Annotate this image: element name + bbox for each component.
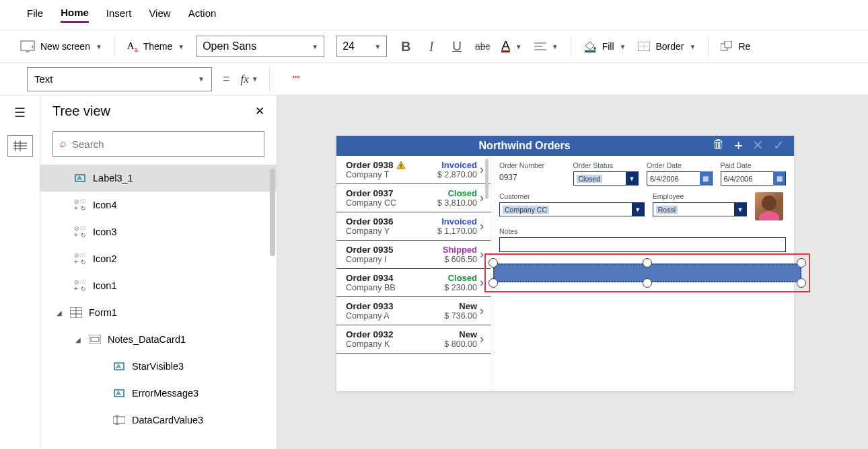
tree-node[interactable]: ◢Form1 [40, 299, 277, 326]
resize-handle[interactable] [797, 278, 806, 288]
hamburger-icon[interactable]: ☰ [14, 105, 26, 120]
reorder-icon [721, 41, 733, 52]
expand-icon[interactable]: ◢ [75, 336, 82, 343]
tree-node[interactable]: StarVisible3 [40, 353, 277, 380]
chevron-down-icon: ▼ [515, 43, 522, 50]
order-row[interactable]: Order 0932Company KNew$ 800.00› [336, 325, 491, 354]
tree-node[interactable]: ◢Notes_DataCard1 [40, 326, 277, 353]
node-label: Icon1 [93, 280, 116, 291]
chevron-down-icon: ▼ [252, 75, 258, 83]
align-button[interactable]: ▼ [534, 42, 558, 51]
border-button[interactable]: Border ▼ [638, 41, 696, 52]
order-date-input[interactable]: 6/4/2006▦ [647, 171, 713, 186]
bold-button[interactable]: B [399, 40, 412, 53]
chevron-down-icon: ▼ [734, 202, 746, 216]
tree-node[interactable]: ⊘♡+↻Icon2 [40, 245, 277, 272]
tree-node[interactable]: Label3_1 [40, 165, 277, 192]
svg-rect-22 [113, 417, 125, 423]
tree-node[interactable]: ⊘♡+↻Icon4 [40, 192, 277, 218]
font-size-select[interactable]: 24 ▼ [336, 36, 387, 57]
tree-list[interactable]: Label3_1⊘♡+↻Icon4⊘♡+↻Icon3⊘♡+↻Icon2⊘♡+↻I… [40, 165, 277, 449]
font-family-select[interactable]: Open Sans ▼ [196, 36, 324, 57]
card-icon [89, 333, 101, 345]
ribbon: + New screen ▼ Aa Theme ▼ Open Sans ▼ 24… [0, 30, 868, 63]
order-row[interactable]: Order 0936Company YInvoiced$ 1,170.00› [336, 212, 491, 241]
order-row[interactable]: Order 0934Company BBClosed$ 230.00› [336, 269, 491, 297]
svg-rect-12 [725, 41, 731, 48]
formula-value[interactable]: "" [293, 73, 300, 85]
label-icon [113, 360, 125, 372]
chevron-down-icon: ▼ [626, 171, 638, 186]
resize-handle[interactable] [489, 258, 498, 268]
node-label: StarVisible3 [132, 361, 184, 372]
fill-button[interactable]: Fill ▼ [583, 40, 626, 52]
tree-title: Tree view [52, 104, 110, 119]
order-status-select[interactable]: Closed▼ [573, 171, 639, 186]
chevron-right-icon: › [480, 332, 484, 346]
left-rail: ☰ [0, 95, 40, 449]
trash-icon[interactable]: 🗑 [713, 137, 725, 155]
search-input[interactable]: ⌕ [52, 131, 264, 157]
menu-insert[interactable]: Insert [106, 7, 132, 22]
node-label: Icon3 [93, 227, 116, 237]
order-row[interactable]: Order 0935Company IShipped$ 606.50› [336, 241, 491, 269]
svg-rect-19 [91, 337, 99, 341]
chevron-down-icon: ▼ [312, 43, 318, 50]
expand-icon[interactable]: ◢ [57, 309, 63, 317]
node-label: Icon2 [93, 253, 116, 264]
menu-file[interactable]: File [27, 7, 43, 22]
close-icon[interactable]: ✕ [255, 104, 264, 118]
calendar-icon: ▦ [700, 171, 712, 186]
resize-handle[interactable] [797, 258, 806, 268]
italic-button[interactable]: I [425, 40, 438, 53]
menu-home[interactable]: Home [61, 7, 89, 23]
strike-button[interactable]: abc [476, 40, 489, 53]
resize-handle[interactable] [643, 278, 652, 288]
notes-input[interactable] [499, 237, 786, 252]
scrollbar-thumb[interactable] [270, 169, 275, 256]
tree-node[interactable]: ErrorMessage3 [40, 380, 277, 407]
font-color-button[interactable]: A ▼ [501, 41, 522, 52]
order-number-value: 0937 [499, 171, 565, 183]
align-icon [534, 42, 546, 51]
order-list[interactable]: Order 0938!Company TInvoiced$ 2,870.00›O… [336, 156, 491, 391]
plus-icon[interactable]: + [734, 137, 743, 155]
chevron-down-icon: ▼ [178, 43, 184, 50]
order-row[interactable]: Order 0937Company CCClosed$ 3,810.00› [336, 184, 491, 212]
paid-date-input[interactable]: 6/4/2006▦ [721, 171, 787, 186]
search-icon: ⌕ [60, 138, 67, 150]
fx-button[interactable]: fx▼ [241, 73, 258, 86]
cancel-icon[interactable]: ✕ [752, 137, 764, 155]
order-row[interactable]: Order 0938!Company TInvoiced$ 2,870.00› [336, 156, 491, 184]
menu-view[interactable]: View [149, 7, 170, 22]
label-icon [113, 387, 125, 399]
chevron-down-icon: ▼ [690, 43, 696, 50]
theme-icon: Aa [127, 40, 138, 53]
border-icon [638, 42, 650, 51]
node-label: ErrorMessage3 [132, 388, 198, 399]
label-icon [74, 172, 86, 184]
property-select[interactable]: Text ▼ [27, 67, 212, 91]
tree-view-icon[interactable] [7, 135, 33, 157]
check-icon[interactable]: ✓ [773, 137, 785, 155]
tree-node[interactable]: DataCardValue3 [40, 407, 277, 434]
order-row[interactable]: Order 0933Company ANew$ 736.00› [336, 297, 491, 325]
bucket-icon [583, 40, 597, 52]
svg-text:+: + [31, 44, 34, 50]
top-menu: File Home Insert View Action [0, 0, 868, 30]
svg-point-6 [593, 47, 596, 50]
resize-handle[interactable] [643, 258, 652, 268]
tree-node[interactable]: ⊘♡+↻Icon1 [40, 272, 277, 299]
employee-select[interactable]: Rossi▼ [653, 202, 747, 216]
chevron-down-icon: ▼ [374, 43, 381, 50]
tree-node[interactable]: ⊘♡+↻Icon3 [40, 218, 277, 245]
menu-action[interactable]: Action [188, 7, 217, 22]
scrollbar-thumb[interactable] [485, 159, 489, 199]
customer-select[interactable]: Company CC▼ [499, 202, 645, 216]
reorder-button[interactable]: Re [721, 41, 750, 52]
selection-box[interactable] [484, 253, 810, 292]
underline-button[interactable]: U [450, 40, 464, 53]
new-screen-button[interactable]: + New screen ▼ [20, 40, 102, 52]
resize-handle[interactable] [489, 278, 498, 288]
theme-button[interactable]: Aa Theme ▼ [127, 40, 184, 53]
